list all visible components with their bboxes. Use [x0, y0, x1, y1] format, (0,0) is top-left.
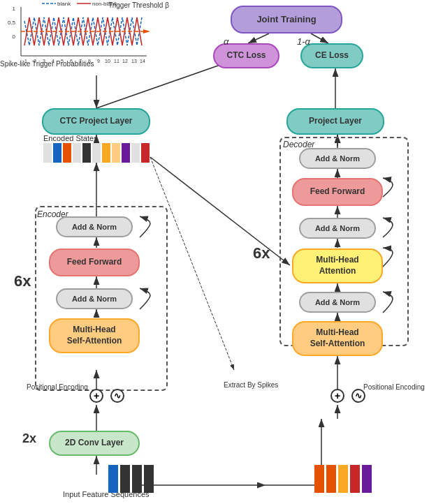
input-bars-enc	[108, 465, 154, 493]
mhsa-enc-box: Multi-Head Self-Attention	[49, 318, 140, 353]
two-x-label: 2x	[22, 431, 36, 446]
plus-circle-enc: +	[89, 389, 103, 403]
feed-forward-enc-box: Feed Forward	[49, 249, 140, 276]
ctc-project-layer-box: CTC Project Layer	[42, 108, 150, 135]
svg-text:11: 11	[114, 59, 119, 64]
mha-dec-box: Multi-Head Attention	[292, 249, 383, 283]
one-minus-alpha-label: 1-α	[297, 36, 310, 47]
add-norm-dec2-box: Add & Norm	[299, 218, 376, 239]
diagram: 1 0.5 0 1 2 3 4 5 6 7 8 9 10 11 12 13 14	[0, 0, 429, 504]
svg-text:0.5: 0.5	[8, 20, 16, 26]
svg-text:0: 0	[13, 34, 16, 40]
add-norm-dec1-box: Add & Norm	[299, 148, 376, 169]
joint-training-box: Joint Training	[231, 6, 342, 34]
trigger-threshold-label: Trigger Threshold β	[108, 1, 169, 9]
conv-layer-box: 2D Conv Layer	[49, 431, 140, 456]
ctc-loss-box: CTC Loss	[213, 43, 279, 68]
add-norm-enc-bot-box: Add & Norm	[56, 288, 133, 309]
feed-forward-dec-box: Feed Forward	[292, 178, 383, 206]
svg-text:9: 9	[97, 59, 100, 64]
svg-text:14: 14	[140, 59, 145, 64]
positional-encoding-enc-label: Positional Encoding	[27, 383, 88, 392]
svg-text:1: 1	[13, 6, 16, 12]
six-x-enc-label: 6x	[14, 272, 31, 290]
encoded-states-bars	[43, 143, 150, 163]
ce-loss-box: CE Loss	[300, 43, 363, 68]
encoded-states-label: Encoded States	[43, 134, 98, 142]
extract-by-spikes-label: Extract By Spikes	[224, 380, 278, 390]
svg-text:10: 10	[105, 59, 110, 64]
project-layer-box: Project Layer	[286, 108, 384, 135]
svg-line-27	[248, 34, 269, 43]
svg-text:blank: blank	[57, 1, 71, 7]
input-bars-dec	[314, 465, 372, 493]
sine-circle-enc: ∿	[110, 389, 124, 403]
spike-label: Spike-like Trigger Probabilities	[0, 59, 94, 69]
six-x-dec-label: 6x	[253, 244, 270, 262]
svg-line-28	[311, 34, 328, 43]
positional-encoding-dec-label: Positional Encoding	[363, 383, 425, 392]
add-norm-dec3-box: Add & Norm	[299, 292, 376, 313]
plus-circle-dec: +	[330, 389, 344, 403]
svg-marker-20	[143, 29, 150, 34]
svg-text:12: 12	[122, 59, 128, 64]
add-norm-enc-top-box: Add & Norm	[56, 216, 133, 237]
alpha-label: α	[224, 36, 228, 47]
mhsa-dec-box: Multi-Head Self-Attention	[292, 321, 383, 356]
svg-text:13: 13	[131, 59, 137, 64]
